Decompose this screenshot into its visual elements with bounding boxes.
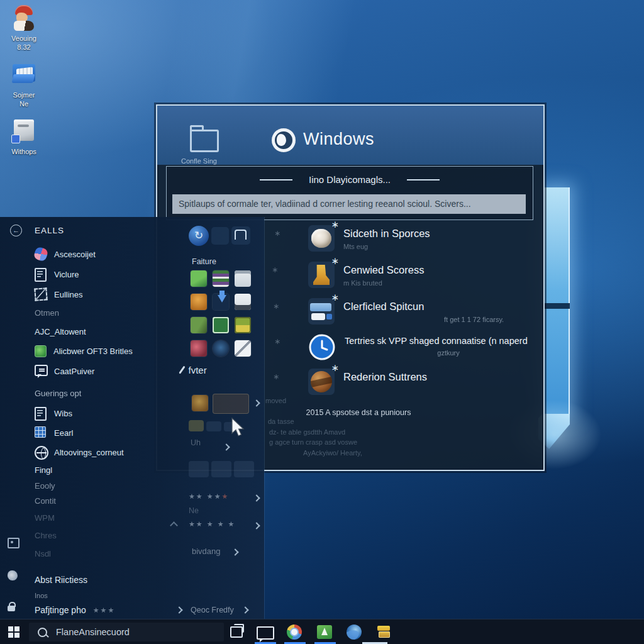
- back-icon[interactable]: ←: [10, 225, 22, 236]
- rating-stars-icon: ★★★: [93, 606, 116, 614]
- chat-app-icon[interactable]: [257, 626, 273, 641]
- tile-pencil-icon[interactable]: [235, 340, 251, 357]
- start-button[interactable]: [8, 626, 19, 638]
- result-item[interactable]: Tertries sk VPP shaged connaatise (n nap…: [308, 333, 552, 361]
- start-menu-item[interactable]: Viclure: [35, 267, 79, 281]
- files-app-icon[interactable]: [377, 626, 394, 641]
- faint-text: AyAckyiwo/ Hearty,: [303, 449, 362, 457]
- wallpaper-logo-gap: [542, 303, 570, 309]
- result-item[interactable]: ∗ Cenwied Scoress m Kis bruted: [308, 262, 424, 288]
- start-menu-item[interactable]: Otmen: [35, 306, 59, 319]
- filter-item[interactable]: fvter: [181, 363, 207, 377]
- tile-figure-icon[interactable]: [191, 294, 207, 310]
- result-item[interactable]: ∗ Clerficled Spitcun ft get 1 1 72 ficar…: [308, 298, 504, 325]
- dim-tile[interactable]: [234, 461, 254, 477]
- rating-row[interactable]: ★★ ★ ★ ★: [189, 520, 235, 528]
- sparkle-icon: ∗: [274, 337, 280, 346]
- green-a-app-icon[interactable]: [317, 625, 333, 640]
- start-menu-item[interactable]: Chres: [35, 528, 57, 542]
- start-menu-item[interactable]: Inos: [35, 589, 48, 602]
- chevron-right-icon[interactable]: [231, 548, 238, 555]
- folder-icon[interactable]: [190, 130, 219, 152]
- wide-tile[interactable]: [213, 394, 249, 414]
- tile-notepad-icon[interactable]: [235, 270, 251, 287]
- uh-label: Uh: [191, 438, 201, 447]
- brain-icon: ∗: [308, 225, 335, 252]
- result-item[interactable]: ∗ Sidceth in Sporces Mts eug: [308, 225, 430, 252]
- binding-label[interactable]: bivdang: [192, 547, 221, 556]
- drive-icon: ∗: [308, 298, 335, 325]
- item-label: Altoovings_corneut: [54, 448, 124, 457]
- tile-download-icon[interactable]: [213, 294, 229, 310]
- browser-app-icon[interactable]: [287, 625, 303, 640]
- item-label: fvter: [189, 365, 207, 375]
- chevron-right-icon[interactable]: [253, 522, 260, 529]
- sparkle-icon: ∗: [331, 256, 339, 265]
- chevron-right-icon[interactable]: [242, 606, 248, 613]
- tile-books-icon[interactable]: [213, 270, 229, 287]
- chevron-right-icon[interactable]: [223, 443, 230, 450]
- start-menu-item[interactable]: Ascescoijet: [35, 247, 96, 261]
- item-label: Viclure: [54, 270, 79, 279]
- featured-label: Faiture: [192, 257, 216, 266]
- spreadsheet-icon: [35, 426, 47, 439]
- desktop-icon-veouing[interactable]: Veouing 8.32: [0, 4, 48, 52]
- result-subtitle: ft get 1 1 72 ficarsy.: [444, 316, 504, 323]
- start-menu-item[interactable]: Eooly: [35, 479, 55, 492]
- tile-red-icon[interactable]: [191, 340, 207, 357]
- sparkle-icon: ∗: [331, 292, 339, 302]
- taskbar-search[interactable]: FlaneAnsinecuord: [29, 623, 224, 641]
- dim-tile[interactable]: [189, 420, 204, 431]
- rating-row[interactable]: ★★ ★★★: [189, 492, 229, 501]
- banner-title-row: Iino Dlayicomagls...: [167, 174, 533, 185]
- dim-tile[interactable]: [189, 461, 209, 477]
- n-tile-icon[interactable]: [231, 226, 250, 245]
- item-label: Alicbwer OFT3 Britles: [53, 347, 133, 356]
- caret-up-icon[interactable]: [170, 521, 178, 530]
- dash-right: [407, 179, 440, 180]
- coin-tile-icon[interactable]: [192, 395, 208, 411]
- start-menu-item[interactable]: Contit: [35, 494, 56, 508]
- tile-window-icon[interactable]: [235, 317, 251, 333]
- swirl-app-icon[interactable]: [347, 625, 363, 640]
- desktop-icon-withops[interactable]: Withops: [0, 117, 48, 156]
- dim-tile[interactable]: [211, 461, 231, 477]
- mouse-cursor: [230, 418, 245, 440]
- tile-sheet-icon[interactable]: [213, 317, 229, 333]
- dim-tile[interactable]: [206, 421, 221, 431]
- tile-barcode-doc-icon[interactable]: [235, 294, 251, 310]
- result-item[interactable]: ∗ Rederion Suttrens: [308, 369, 427, 395]
- tile-globe-icon[interactable]: [213, 340, 229, 357]
- task-view-icon[interactable]: [230, 626, 243, 638]
- avatar-icon: [272, 128, 296, 152]
- ne-label: Ne: [189, 506, 199, 515]
- start-menu-item[interactable]: WPM: [35, 511, 55, 525]
- start-menu-item[interactable]: AJC_Altowent: [35, 325, 86, 338]
- device-box-icon: [10, 117, 38, 145]
- footer-right-link[interactable]: Qeoc Fredfy: [191, 603, 234, 617]
- start-menu-item[interactable]: Altoovings_corneut: [35, 445, 124, 459]
- dark-tile-icon[interactable]: [211, 227, 229, 245]
- start-menu-item[interactable]: Abst Riictiess: [35, 573, 87, 587]
- desktop-icon-sojmer[interactable]: Sojmer Ne: [0, 60, 48, 108]
- start-menu-item[interactable]: Wibs: [35, 406, 72, 420]
- start-menu-item[interactable]: Nsdl: [35, 547, 51, 560]
- start-menu-item-settings[interactable]: Pafjtinge pho ★★★: [35, 603, 115, 617]
- start-menu-item[interactable]: Fingl: [35, 463, 52, 477]
- start-menu-item[interactable]: CaatPuiver: [35, 364, 94, 378]
- start-menu-item[interactable]: Eearl: [35, 426, 73, 440]
- tile-tool-icon[interactable]: [191, 317, 207, 333]
- search-input[interactable]: Spitlaups of cormale ter, vladiinad d co…: [172, 194, 526, 214]
- orb-app-icon[interactable]: ↻: [189, 226, 209, 246]
- sparkle-icon: ∗: [331, 219, 339, 229]
- start-menu-item[interactable]: Eullines: [35, 287, 83, 301]
- tile-flag-icon[interactable]: [191, 270, 207, 287]
- item-label: Eullines: [54, 290, 83, 299]
- faint-text: g agce turn crasp asd voswe: [269, 438, 357, 446]
- start-menu-item[interactable]: Alicbwer OFT3 Britles: [35, 344, 133, 358]
- chevron-right-icon[interactable]: [253, 399, 260, 406]
- result-title: Rederion Suttrens: [343, 369, 427, 383]
- chevron-right-icon[interactable]: [175, 606, 182, 613]
- result-title: Clerficled Spitcun: [343, 298, 504, 313]
- chevron-right-icon[interactable]: [253, 494, 260, 501]
